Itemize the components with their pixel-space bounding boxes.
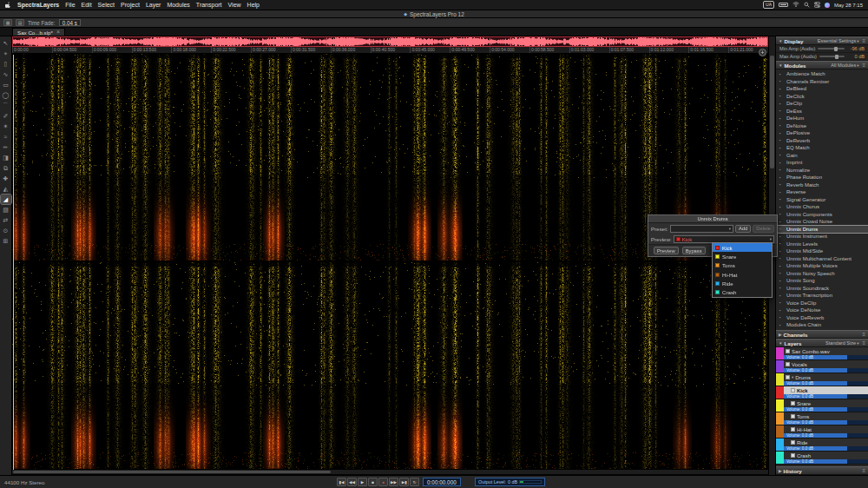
control-center-icon[interactable] bbox=[814, 2, 820, 9]
display-mode-dropdown[interactable]: Essential Settings▾ bbox=[818, 38, 859, 43]
horizontal-scrollbar[interactable] bbox=[12, 469, 768, 474]
menu-item-help[interactable]: Help bbox=[247, 2, 260, 8]
layer-row[interactable]: ▾DrumsVolume: 0.0 dB bbox=[776, 373, 868, 386]
menu-item-view[interactable]: View bbox=[228, 2, 241, 8]
component-option[interactable]: Snare bbox=[713, 252, 772, 260]
channels-panel-header[interactable]: ▶ Channels ≡ bbox=[776, 330, 868, 339]
module-item[interactable]: ▪Voice DeReverb bbox=[776, 314, 868, 322]
layer-volume-bar[interactable]: Volume: 0.0 dB bbox=[784, 394, 868, 399]
overview-waveform[interactable] bbox=[13, 37, 767, 46]
zoom-tool[interactable]: ⊙ bbox=[1, 226, 11, 235]
display-setting-value[interactable]: 0 dB bbox=[847, 54, 865, 59]
module-item[interactable]: ▪DeReverb bbox=[776, 137, 868, 145]
keyboard-layout-badge[interactable]: UA bbox=[763, 1, 774, 9]
module-item[interactable]: ▪Unmix Song bbox=[776, 277, 868, 285]
collapse-arrow-icon[interactable]: ▼ bbox=[779, 63, 782, 68]
layer-visibility-toggle[interactable] bbox=[791, 401, 795, 406]
transport-loop-button[interactable]: ↻ bbox=[410, 478, 419, 486]
tab-close-icon[interactable]: × bbox=[56, 30, 60, 35]
panel-menu-icon[interactable]: ≡ bbox=[862, 63, 865, 68]
preset-combobox[interactable]: ▾ bbox=[670, 225, 733, 233]
transport-jump-end-button[interactable]: ▶▮ bbox=[399, 478, 409, 486]
transform-tool[interactable]: ⌖ bbox=[1, 49, 11, 58]
document-tab[interactable]: Sax Co...b.slp* × bbox=[12, 28, 65, 36]
time-ruler[interactable]: 0:00:000:00:04.5000:00:09.0000:00:13.500… bbox=[12, 47, 768, 54]
transport-forward-button[interactable]: ▶▶ bbox=[389, 478, 398, 486]
collapse-arrow-icon[interactable]: ▶ bbox=[779, 469, 781, 473]
layer-visibility-toggle[interactable] bbox=[786, 362, 790, 366]
module-item[interactable]: ▪Unmix Components bbox=[776, 211, 868, 219]
module-item[interactable]: ▪Unmix Drums bbox=[776, 226, 868, 234]
output-level-display[interactable]: Output Level: 0 dB bbox=[475, 478, 545, 486]
layer-volume-bar[interactable]: Volume: 0.0 dB bbox=[784, 407, 868, 412]
module-item[interactable]: ▪DeNoise bbox=[776, 122, 868, 130]
time-selection-tool[interactable]: ▯ bbox=[1, 59, 11, 69]
panel-toggle-icon[interactable]: ▦ bbox=[3, 19, 12, 26]
dialog-title[interactable]: Unmix Drums bbox=[648, 215, 777, 223]
layer-volume-bar[interactable]: Volume: 0.0 dB bbox=[784, 355, 868, 359]
menu-item-edit[interactable]: Edit bbox=[82, 2, 92, 8]
module-item[interactable]: ▪Voice DeClip bbox=[776, 300, 868, 307]
history-panel-header[interactable]: ▶ History ≡ bbox=[776, 466, 868, 475]
module-item[interactable]: ▪Unmix Transcription bbox=[776, 292, 868, 300]
layer-row[interactable]: KickVolume: 0.0 dB bbox=[776, 386, 868, 399]
layer-row[interactable]: RideVolume: 0.0 dB bbox=[776, 439, 868, 452]
layer-volume-bar[interactable]: Volume: 0.0 dB bbox=[784, 381, 868, 386]
module-item[interactable]: ▪DeEss bbox=[776, 108, 868, 115]
menu-item-app[interactable]: SpectraLayers bbox=[17, 2, 59, 8]
display-setting-value[interactable]: -96 dB bbox=[847, 46, 865, 51]
module-item[interactable]: ▪Normalize bbox=[776, 167, 868, 175]
vertical-scrollbar-thumb[interactable] bbox=[770, 56, 774, 168]
menu-item-file[interactable]: File bbox=[65, 2, 75, 8]
layer-volume-bar[interactable]: Volume: 0.0 dB bbox=[784, 420, 868, 425]
display-setting-slider[interactable] bbox=[819, 56, 845, 57]
module-item[interactable]: ▪Unmix Crowd Noise bbox=[776, 218, 868, 226]
search-icon[interactable] bbox=[804, 2, 810, 9]
pointer-tool[interactable]: ↖ bbox=[1, 38, 11, 48]
preset-add-button[interactable]: Add bbox=[735, 225, 751, 233]
modules-panel-header[interactable]: ▼ Modules All Modules▾ ≡ bbox=[776, 61, 868, 69]
wifi-icon[interactable] bbox=[792, 2, 799, 8]
component-option[interactable]: Kick bbox=[713, 243, 772, 252]
module-item[interactable]: ▪Gain bbox=[776, 152, 868, 160]
module-item[interactable]: ▪Unmix Noisy Speech bbox=[776, 270, 868, 278]
menu-item-transport[interactable]: Transport bbox=[196, 2, 222, 8]
ellipse-selection-tool[interactable]: ◯ bbox=[1, 90, 11, 100]
menubar-clock[interactable]: May 28 7:15 bbox=[834, 3, 863, 8]
module-item[interactable]: ▪Phase Rotation bbox=[776, 174, 868, 181]
layer-volume-bar[interactable]: Volume: 0.0 dB bbox=[784, 433, 868, 438]
module-item[interactable]: ▪Signal Generator bbox=[776, 196, 868, 204]
module-item[interactable]: ▪EQ Match bbox=[776, 144, 868, 152]
module-item[interactable]: ▪Unmix Multichannel Content bbox=[776, 255, 868, 263]
component-option[interactable]: Toms bbox=[713, 261, 772, 270]
draw-tool[interactable]: ✏ bbox=[1, 142, 11, 152]
timeline-overview[interactable] bbox=[12, 36, 768, 47]
spectrogram-right-channel[interactable] bbox=[12, 262, 768, 469]
menu-item-layer[interactable]: Layer bbox=[146, 2, 161, 8]
fade-tool[interactable]: ◢ bbox=[1, 195, 11, 204]
layer-visibility-toggle[interactable] bbox=[786, 349, 790, 353]
layer-visibility-toggle[interactable] bbox=[791, 427, 795, 432]
module-item[interactable]: ▪Reverse bbox=[776, 188, 868, 196]
magic-wand-tool[interactable]: ✶ bbox=[1, 122, 11, 131]
rectangle-selection-tool[interactable]: ▭ bbox=[1, 80, 11, 89]
module-item[interactable]: ▪Unmix Instrument bbox=[776, 233, 868, 241]
transport-jump-start-button[interactable]: ▮◀ bbox=[337, 478, 346, 486]
component-option[interactable]: Hi-Hat bbox=[713, 270, 772, 279]
layers-panel-header[interactable]: ▼ Layers Standard Size▾ ≡ bbox=[776, 339, 868, 347]
erase-tool[interactable]: ◨ bbox=[1, 153, 11, 162]
transport-rewind-button[interactable]: ◀◀ bbox=[347, 478, 357, 486]
module-item[interactable]: ▪DeClick bbox=[776, 93, 868, 101]
layers-size-dropdown[interactable]: Standard Size▾ bbox=[825, 340, 858, 346]
layer-row[interactable]: TomsVolume: 0.0 dB bbox=[776, 412, 868, 425]
modules-filter-dropdown[interactable]: All Modules▾ bbox=[831, 63, 858, 68]
find-similar-tool[interactable]: ≈ bbox=[1, 132, 11, 142]
component-option[interactable]: Ride bbox=[713, 279, 772, 287]
module-item[interactable]: ▪Ambience Match bbox=[776, 70, 868, 78]
brush-selection-tool[interactable]: ✐ bbox=[1, 111, 11, 121]
snap-toggle-icon[interactable]: ▤ bbox=[16, 19, 24, 26]
layer-expand-arrow[interactable]: ▾ bbox=[792, 375, 793, 379]
module-item[interactable]: ▪DeBleed bbox=[776, 85, 868, 93]
module-item[interactable]: ▪DePlosive bbox=[776, 129, 868, 137]
frequency-selection-tool[interactable]: ∿ bbox=[1, 69, 11, 79]
